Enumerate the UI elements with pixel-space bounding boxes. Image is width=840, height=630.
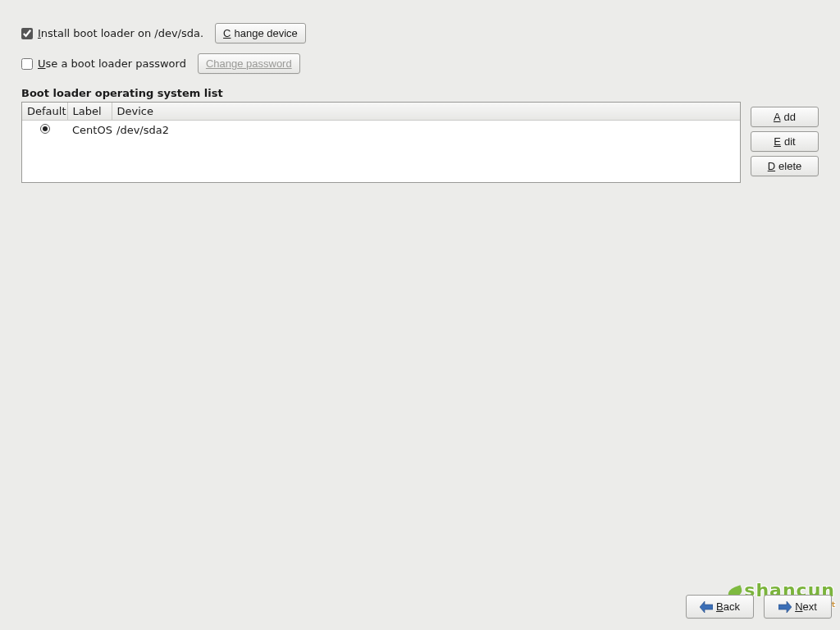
- arrow-right-icon: [778, 601, 792, 613]
- install-bootloader-label[interactable]: Install boot loader on /dev/sda.: [38, 27, 203, 39]
- next-button[interactable]: Next: [764, 595, 832, 619]
- footer: Back Next: [0, 585, 840, 630]
- change-password-button: Change password: [198, 53, 300, 74]
- install-bootloader-checkbox[interactable]: [21, 28, 33, 39]
- bootloader-password-label[interactable]: Use a boot loader password: [38, 57, 186, 70]
- delete-button[interactable]: Delete: [751, 156, 819, 176]
- back-button[interactable]: Back: [686, 595, 754, 619]
- table-header-row: Default Label Device: [22, 103, 740, 121]
- cell-device: /dev/sda2: [112, 121, 740, 140]
- bootloader-password-row: Use a boot loader password Change passwo…: [21, 53, 819, 74]
- default-radio-icon[interactable]: [40, 124, 50, 134]
- cell-default[interactable]: [22, 121, 67, 140]
- os-list-table[interactable]: Default Label Device CentOS /dev/sda2: [21, 102, 741, 183]
- change-device-button[interactable]: Change device: [215, 23, 306, 43]
- add-button[interactable]: Add: [751, 107, 819, 127]
- os-list-title: Boot loader operating system list: [21, 87, 819, 99]
- bootloader-password-checkbox[interactable]: [21, 58, 33, 70]
- col-default[interactable]: Default: [22, 103, 67, 121]
- col-device[interactable]: Device: [112, 103, 740, 121]
- arrow-left-icon: [700, 601, 713, 613]
- edit-button[interactable]: Edit: [751, 131, 819, 152]
- cell-label: CentOS: [67, 121, 112, 140]
- table-row[interactable]: CentOS /dev/sda2: [22, 121, 740, 140]
- install-bootloader-row: Install boot loader on /dev/sda. Change …: [21, 23, 819, 43]
- col-label[interactable]: Label: [67, 103, 112, 121]
